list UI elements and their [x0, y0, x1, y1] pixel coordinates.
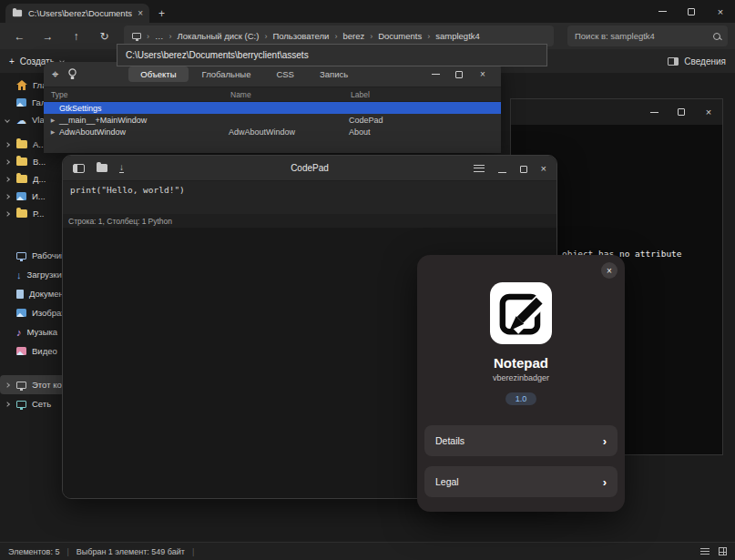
cursor-position: Строка: 1, Столбец: 1: [68, 217, 147, 226]
sidebar-item-label: И...: [32, 191, 46, 201]
version-badge[interactable]: 1.0: [505, 392, 537, 405]
breadcrumb-item[interactable]: Локальный диск (C:): [178, 31, 260, 41]
tab-close-icon[interactable]: ×: [138, 8, 143, 18]
folder-icon: [13, 10, 22, 17]
chevron-right-icon[interactable]: [5, 159, 10, 165]
maximize-button[interactable]: [668, 99, 695, 125]
details-pane-label: Сведения: [684, 56, 726, 66]
back-button[interactable]: ←: [7, 30, 32, 43]
breadcrumb-item[interactable]: samplegtk4: [435, 31, 480, 41]
column-label: Label: [351, 90, 501, 99]
tab-objects[interactable]: Объекты: [128, 66, 188, 82]
breadcrumb-item[interactable]: Пользователи: [272, 31, 329, 41]
inspector-caption-buttons: ×: [425, 66, 493, 84]
forward-button[interactable]: →: [36, 30, 60, 43]
expander-icon[interactable]: ▶: [49, 117, 56, 123]
network-icon: [16, 401, 26, 408]
chevron-right-icon: ›: [603, 475, 607, 489]
video-icon: [16, 347, 26, 355]
pictures-icon: [16, 192, 26, 200]
notepad-app-icon: [490, 282, 552, 344]
explorer-tab[interactable]: C:\Users\berez\Documents\sa... ×: [5, 4, 149, 23]
up-button[interactable]: ↑: [64, 30, 88, 43]
maximize-button[interactable]: [677, 0, 706, 23]
this-pc-icon: [132, 33, 141, 39]
chevron-right-icon[interactable]: [5, 402, 10, 407]
developer-name: vberezinbadger: [417, 373, 625, 382]
music-icon: ♪: [16, 328, 22, 337]
address-path: C:\Users\berez\Documents\berryclient\ass…: [126, 50, 309, 60]
inspector-column-headers: Type Name Label: [44, 87, 501, 102]
folder-icon: [16, 175, 27, 183]
maximize-icon: [678, 108, 685, 116]
open-file-icon[interactable]: [97, 164, 107, 172]
new-tab-button[interactable]: +: [158, 7, 165, 20]
tab-css[interactable]: CSS: [264, 66, 306, 82]
row-type: AdwAboutWindow: [59, 127, 126, 137]
language-label[interactable]: Python: [148, 217, 172, 226]
minimize-button[interactable]: [425, 66, 445, 84]
table-row[interactable]: GtkSettings: [44, 102, 501, 114]
legal-row[interactable]: Legal ›: [424, 466, 618, 497]
expander-icon[interactable]: ▶: [49, 128, 56, 135]
explorer-caption-buttons: ×: [648, 0, 735, 23]
search-icon: [713, 33, 720, 40]
breadcrumb-item[interactable]: berez: [342, 31, 364, 41]
row-label: CodePad: [349, 116, 501, 125]
chevron-right-icon[interactable]: [5, 142, 10, 148]
menu-icon[interactable]: [474, 165, 485, 172]
table-row[interactable]: ▶__main__+MainWindow CodePad: [44, 114, 501, 126]
home-icon: [16, 80, 27, 90]
refresh-button[interactable]: ↻: [92, 30, 117, 43]
minimize-button[interactable]: [648, 0, 677, 23]
inspector-tabs: Объекты Глобальные CSS Запись: [128, 66, 360, 82]
breadcrumb-item[interactable]: Documents: [378, 31, 422, 41]
row-name: AdwAboutWindow: [229, 127, 349, 137]
tab-recording[interactable]: Запись: [308, 66, 360, 82]
breadcrumb-separator-icon: ›: [334, 32, 337, 41]
details-row[interactable]: Details ›: [424, 425, 618, 456]
details-label: Details: [435, 435, 464, 446]
items-count: Элементов: 5: [8, 547, 59, 556]
legal-label: Legal: [435, 476, 459, 487]
sidebar-item-label: Сеть: [32, 399, 51, 409]
breadcrumb-overflow[interactable]: …: [155, 31, 164, 41]
maximize-icon: [455, 71, 463, 78]
close-button[interactable]: ×: [601, 262, 618, 279]
close-button[interactable]: ×: [473, 66, 493, 84]
download-icon: ↓: [16, 270, 22, 280]
pictures-icon: [16, 309, 26, 317]
maximize-button[interactable]: [520, 160, 527, 177]
desktop: C:\Users\berez\Documents\sa... × + × ← →…: [0, 0, 735, 560]
details-pane-button[interactable]: Сведения: [668, 56, 726, 66]
minimize-button[interactable]: [498, 160, 506, 177]
chevron-right-icon: ›: [603, 434, 607, 448]
search-input[interactable]: Поиск в: samplegtk4: [567, 25, 728, 46]
search-value: Поиск в: samplegtk4: [575, 31, 655, 41]
table-row[interactable]: ▶AdwAboutWindow AdwAboutWindow About: [44, 126, 501, 137]
minimize-button[interactable]: [640, 99, 668, 125]
app-icon: [417, 255, 625, 344]
list-view-icon[interactable]: [700, 548, 709, 555]
close-button[interactable]: ×: [541, 163, 546, 174]
sidebar-item-label: Музыка: [27, 327, 58, 337]
details-pane-icon: [668, 57, 679, 66]
save-icon[interactable]: ↓: [119, 163, 124, 173]
maximize-button[interactable]: [449, 66, 469, 84]
close-button[interactable]: ×: [706, 0, 735, 23]
chevron-right-icon[interactable]: [5, 382, 10, 388]
code-editor[interactable]: print("Hello, world!"): [63, 181, 556, 214]
divider: |: [66, 547, 68, 556]
thumbnail-view-icon[interactable]: [719, 547, 727, 555]
tab-globals[interactable]: Глобальные: [190, 66, 263, 82]
chevron-right-icon[interactable]: [5, 194, 10, 199]
lightbulb-icon[interactable]: [67, 68, 77, 80]
app-name: Notepad: [417, 355, 625, 371]
address-edit-overlay[interactable]: C:\Users\berez\Documents\berryclient\ass…: [117, 44, 547, 66]
chevron-down-icon[interactable]: [5, 117, 10, 123]
pick-widget-icon[interactable]: ⌖: [52, 68, 58, 80]
chevron-right-icon[interactable]: [5, 177, 10, 182]
close-button[interactable]: ×: [695, 99, 722, 125]
chevron-right-icon[interactable]: [5, 211, 10, 217]
sidebar-toggle-icon[interactable]: [73, 164, 85, 173]
